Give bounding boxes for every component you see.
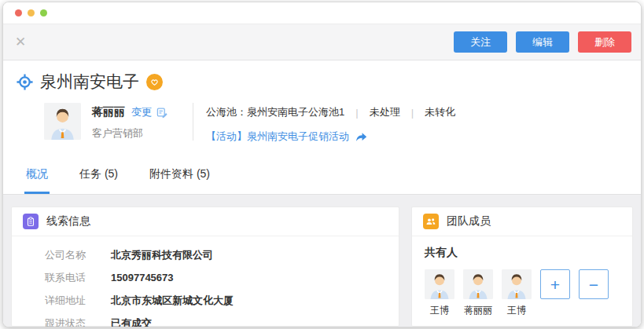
follow-button[interactable]: 关注 — [454, 31, 507, 53]
lead-info-card-header: 线索信息 — [12, 207, 399, 236]
edit-button[interactable]: 编辑 — [516, 31, 569, 53]
owner-profile-row: 蒋丽丽 变更 客户营销部 公海池：泉州安南电子公海池1 | 未处理 — [44, 103, 641, 144]
close-icon[interactable]: ✕ — [15, 35, 26, 49]
field-value: 北京市东城区新城文化大厦 — [111, 295, 234, 306]
add-member-button[interactable]: + — [540, 269, 570, 299]
shared-people-label: 共有人 — [425, 246, 620, 260]
member-name: 王博 — [425, 304, 454, 317]
field-row-status: 跟进状态 已有成交 — [45, 318, 399, 327]
pool-line: 公海池：泉州安南电子公海池1 | 未处理 | 未转化 — [206, 105, 455, 119]
lead-info-body: 公司名称 北京秀丽科技有限公司 联系电话 15097745673 详细地址 北京… — [12, 236, 399, 327]
lead-header: 泉州南安电子 蒋丽丽 变更 — [3, 60, 641, 156]
edit-note-icon[interactable] — [156, 106, 168, 119]
pool-status-unprocessed: 未处理 — [370, 105, 400, 119]
activity-link[interactable]: 【活动】泉州南安电子促销活动 — [206, 130, 455, 144]
content-area: 线索信息 公司名称 北京秀丽科技有限公司 联系电话 15097745673 详细… — [3, 195, 641, 327]
field-label: 详细地址 — [45, 295, 94, 306]
pool-separator: | — [355, 107, 358, 119]
pool-separator: | — [411, 107, 414, 119]
field-value: 已有成交 — [111, 318, 152, 327]
pool-status-unconverted: 未转化 — [425, 105, 455, 119]
traffic-light-minimize[interactable] — [28, 9, 35, 16]
share-forward-icon[interactable] — [355, 130, 368, 144]
team-card-title: 团队成员 — [447, 214, 491, 228]
member-name: 王博 — [502, 304, 532, 317]
owner-name: 蒋丽丽 — [92, 105, 125, 119]
members-row: + − — [425, 269, 620, 299]
activity-label: 【活动】泉州南安电子促销活动 — [206, 130, 349, 144]
field-value: 15097745673 — [111, 272, 174, 283]
member-avatar — [463, 269, 493, 299]
page-title: 泉州南安电子 — [40, 71, 139, 93]
tab-overview[interactable]: 概况 — [24, 156, 50, 194]
vertical-divider — [193, 103, 193, 141]
owner-department: 客户营销部 — [92, 126, 193, 141]
team-card-body: 共有人 + − 王博 蒋丽丽 王博 — [412, 236, 632, 327]
traffic-light-zoom[interactable] — [40, 9, 47, 16]
heart-badge-icon[interactable] — [146, 74, 163, 90]
clipboard-icon — [23, 214, 39, 229]
action-toolbar: ✕ 关注 编辑 删除 — [3, 24, 641, 60]
title-row: 泉州南安电子 — [17, 71, 641, 93]
field-label: 公司名称 — [45, 250, 94, 261]
app-window: ✕ 关注 编辑 删除 泉州南安电子 — [2, 2, 642, 327]
member-avatar — [502, 269, 532, 299]
member-names-row: 王博 蒋丽丽 王博 — [425, 304, 620, 317]
owner-avatar — [44, 103, 81, 140]
tab-tasks[interactable]: 任务 (5) — [78, 156, 120, 194]
tab-attachments[interactable]: 附件资料 (5) — [148, 156, 212, 194]
member-avatar — [425, 269, 454, 299]
owner-block: 蒋丽丽 变更 客户营销部 — [92, 103, 193, 141]
target-locate-icon — [17, 74, 33, 90]
delete-button[interactable]: 删除 — [578, 31, 631, 53]
remove-member-button[interactable]: − — [579, 269, 609, 299]
window-titlebar — [3, 2, 641, 24]
change-owner-link[interactable]: 变更 — [131, 105, 152, 119]
team-people-icon — [423, 214, 439, 229]
tab-bar: 概况 任务 (5) 附件资料 (5) — [3, 156, 641, 195]
lead-info-title: 线索信息 — [46, 214, 90, 228]
field-row-address: 详细地址 北京市东城区新城文化大厦 — [45, 295, 399, 306]
pool-name: 公海池：泉州安南电子公海池1 — [206, 105, 344, 119]
field-label: 联系电话 — [45, 272, 94, 283]
field-row-phone: 联系电话 15097745673 — [45, 272, 399, 283]
team-card-header: 团队成员 — [412, 207, 632, 236]
field-value: 北京秀丽科技有限公司 — [111, 250, 213, 261]
field-row-company: 公司名称 北京秀丽科技有限公司 — [45, 250, 399, 261]
pool-block: 公海池：泉州安南电子公海池1 | 未处理 | 未转化 【活动】泉州南安电子促销活… — [206, 103, 455, 144]
lead-info-card: 线索信息 公司名称 北京秀丽科技有限公司 联系电话 15097745673 详细… — [11, 207, 399, 327]
field-label: 跟进状态 — [45, 318, 94, 327]
traffic-light-close[interactable] — [15, 9, 22, 16]
team-members-card: 团队成员 共有人 + − 王博 — [411, 207, 633, 327]
member-name: 蒋丽丽 — [463, 304, 493, 317]
